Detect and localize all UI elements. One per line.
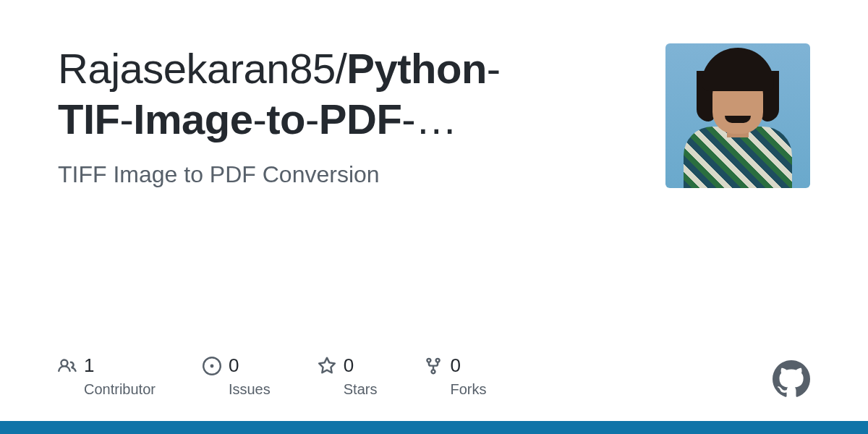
repo-description: TIFF Image to PDF Conversion — [58, 161, 637, 188]
repo-name-part: PDF — [319, 95, 402, 142]
repo-name-part: Python — [346, 45, 487, 92]
star-icon — [318, 357, 336, 375]
stat-contributors: 1 Contributor — [58, 354, 156, 398]
stat-label: Forks — [450, 381, 486, 398]
stat-value: 1 — [84, 354, 94, 377]
stat-value: 0 — [344, 354, 354, 377]
stat-stars: 0 Stars — [318, 354, 378, 398]
people-icon — [58, 357, 77, 375]
repo-owner: Rajasekaran85 — [58, 45, 336, 92]
stat-issues: 0 Issues — [203, 354, 271, 398]
fork-icon — [424, 357, 443, 375]
stat-label: Issues — [229, 381, 271, 398]
stat-label: Contributor — [84, 381, 156, 398]
repo-name-part: Image — [133, 95, 252, 142]
stats-row: 1 Contributor 0 Issues 0 Stars 0 Forks — [58, 354, 486, 398]
stat-value: 0 — [229, 354, 239, 377]
stat-value: 0 — [450, 354, 460, 377]
avatar — [665, 43, 810, 188]
stat-forks: 0 Forks — [424, 354, 486, 398]
accent-bar — [0, 421, 868, 434]
repo-title: Rajasekaran85/Python-TIF-Image-to-PDF-… — [58, 43, 637, 144]
repo-name-part: to — [266, 95, 305, 142]
repo-name-part: TIF — [58, 95, 119, 142]
stat-label: Stars — [344, 381, 378, 398]
issue-icon — [203, 357, 221, 375]
github-logo-icon — [773, 360, 810, 398]
repo-name-ellipsis: … — [415, 95, 457, 142]
